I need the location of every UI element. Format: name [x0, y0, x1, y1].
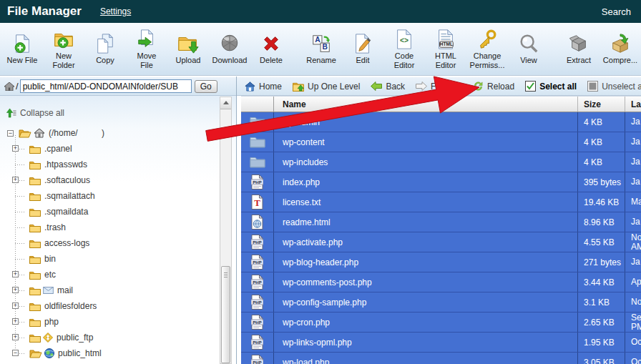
toolbar-edit[interactable]: Edit [342, 33, 383, 65]
directory-tree-panel: Collapse all −(/home/ )+.cpanel.htpasswd… [0, 96, 236, 364]
file-last-modified: Ja [625, 152, 641, 172]
path-input[interactable] [20, 79, 192, 93]
expand-plus-icon[interactable]: + [12, 334, 19, 340]
edit-icon [352, 33, 373, 54]
toolbar-move-file[interactable]: Move File [126, 29, 167, 70]
settings-link[interactable]: Settings [100, 6, 131, 16]
tree-item-sqmaildata[interactable]: .sqmaildata [6, 204, 236, 220]
file-last-modified: Ja [625, 112, 641, 132]
ftp-badge-icon [43, 333, 53, 343]
file-row-wp-content[interactable]: wp-content4 KBJa [241, 132, 641, 152]
file-type-cell: PHP [241, 313, 273, 332]
expand-plus-icon[interactable]: + [12, 318, 19, 325]
file-type-cell: T [241, 192, 273, 212]
file-row-readme-html[interactable]: readme.html8.96 KBJa [241, 212, 641, 232]
nav-select-all[interactable]: Select all [525, 81, 577, 92]
toolbar-rename[interactable]: ABRename [300, 33, 342, 65]
toolbar-new-folder[interactable]: New Folder [43, 29, 84, 70]
tree-item-softaculous[interactable]: +.softaculous [6, 172, 236, 188]
tree-item-public-html[interactable]: −public_html [6, 345, 236, 361]
scrollbar-thumb[interactable] [221, 266, 230, 363]
collapse-all[interactable]: Collapse all [6, 107, 236, 118]
file-row-wp-admin[interactable]: wp-admin4 KBJa [241, 112, 641, 132]
go-button[interactable]: Go [195, 80, 217, 93]
tree-item-bin[interactable]: bin [6, 251, 236, 267]
column-header-name[interactable]: Name [273, 97, 577, 112]
tree-item-cpanel[interactable]: +.cpanel [6, 141, 236, 157]
toolbar-html-editor[interactable]: HTMLHTML Editor [425, 29, 466, 70]
file-row-license-txt[interactable]: Tlicense.txt19.46 KBMa [241, 192, 641, 212]
back-arrow-icon [371, 82, 382, 91]
nav-reload[interactable]: Reload [473, 81, 514, 92]
search-label[interactable]: Search [602, 6, 631, 17]
folder-icon [29, 223, 41, 232]
svg-text:PHP: PHP [253, 360, 261, 364]
new-folder-icon [53, 29, 74, 50]
expand-plus-icon[interactable]: + [12, 271, 19, 277]
toolbar-change-permiss[interactable]: Change Permiss... [466, 29, 508, 70]
file-type-cell: PHP [241, 292, 273, 312]
toolbar-new-file[interactable]: New File [1, 33, 43, 65]
tree-scrollbar[interactable] [220, 97, 232, 364]
collapse-all-icon [6, 107, 16, 118]
toolbar-delete[interactable]: Delete [250, 33, 292, 65]
toolbar-compre[interactable]: Compre... [600, 33, 641, 65]
page-title: File Manager [7, 4, 82, 19]
tree-item-php[interactable]: +php [6, 314, 236, 330]
file-row-wp-includes[interactable]: wp-includes4 KBJa [241, 152, 641, 172]
file-row-wp-links-opml-php[interactable]: PHPwp-links-opml.php1.95 KBOc [241, 333, 641, 353]
file-row-wp-comments-post-php[interactable]: PHPwp-comments-post.php3.44 KBAp [241, 272, 641, 292]
tree-item-home[interactable]: −(/home/ ) [6, 125, 236, 141]
copy-icon [94, 33, 116, 54]
collapse-minus-icon[interactable]: − [12, 350, 19, 356]
tree-item-oldfilesfolders[interactable]: +oldfilesfolders [6, 298, 236, 314]
expand-plus-icon[interactable]: + [12, 302, 19, 309]
file-row-wp-config-sample-php[interactable]: PHPwp-config-sample.php3.1 KBNo [241, 292, 641, 313]
column-header-size[interactable]: Size [577, 97, 625, 112]
file-row-wp-blog-header-php[interactable]: PHPwp-blog-header.php271 bytesJa [241, 252, 641, 272]
tree-item-mail[interactable]: +mail [6, 282, 236, 298]
toolbar-item-label: Delete [260, 56, 283, 65]
move-file-icon [136, 29, 157, 50]
toolbar-upload[interactable]: Upload [167, 33, 209, 65]
nav-item-label: Unselect all [602, 82, 641, 92]
tree-item-label: .sqmaildata [44, 207, 88, 217]
tree-item-sqmailattach[interactable]: .sqmailattach [6, 188, 236, 204]
expand-plus-icon[interactable]: + [12, 177, 19, 183]
file-row-wp-activate-php[interactable]: PHPwp-activate.php4.55 KBNo AM [241, 232, 641, 252]
svg-text:PHP: PHP [253, 280, 261, 285]
svg-text:<>: <> [400, 36, 408, 44]
tree-item-trash[interactable]: .trash [6, 220, 236, 235]
nav-item-label: Back [386, 82, 405, 92]
file-last-modified: Ja [625, 132, 641, 152]
tree-item-etc[interactable]: +etc [6, 267, 236, 282]
file-row-wp-cron-php[interactable]: PHPwp-cron.php2.65 KBSe PM [241, 313, 641, 333]
expand-plus-icon[interactable]: + [12, 287, 19, 293]
tree-item-htpasswds[interactable]: .htpasswds [6, 157, 236, 172]
nav-up-one-level[interactable]: Up One Level [293, 82, 360, 92]
nav-back[interactable]: Back [371, 82, 405, 92]
column-header-icon[interactable] [241, 97, 273, 112]
toolbar-view[interactable]: View [508, 33, 549, 65]
collapse-minus-icon[interactable]: − [7, 130, 14, 137]
toolbar-code-editor[interactable]: <>Code Editor [383, 29, 425, 70]
toolbar-extract[interactable]: Extract [558, 33, 600, 65]
nav-forward[interactable]: Forward [416, 82, 462, 92]
expand-plus-icon[interactable]: + [12, 145, 19, 152]
column-header-last-modified[interactable]: Last Modified [625, 97, 641, 112]
nav-home[interactable]: Home [245, 82, 282, 92]
tree-item-public-ftp[interactable]: +public_ftp [6, 330, 236, 345]
tree-item-access-logs[interactable]: access-logs [6, 235, 236, 251]
delete-icon [260, 33, 282, 54]
folder-icon [29, 160, 41, 169]
svg-text:PHP: PHP [253, 180, 261, 185]
scroll-up-button[interactable] [220, 97, 231, 109]
home-badge-icon [34, 128, 45, 138]
file-row-wp-load-php[interactable]: PHPwp-load.php3.05 KBOc [241, 353, 641, 364]
file-name: wp-content [273, 132, 577, 152]
toolbar-download[interactable]: Download [209, 33, 250, 65]
file-row-index-php[interactable]: PHPindex.php395 bytesJa [241, 172, 641, 192]
toolbar-copy[interactable]: Copy [84, 33, 126, 65]
nav-unselect-all[interactable]: Unselect all [587, 81, 641, 92]
nav-item-label: Forward [431, 82, 462, 92]
